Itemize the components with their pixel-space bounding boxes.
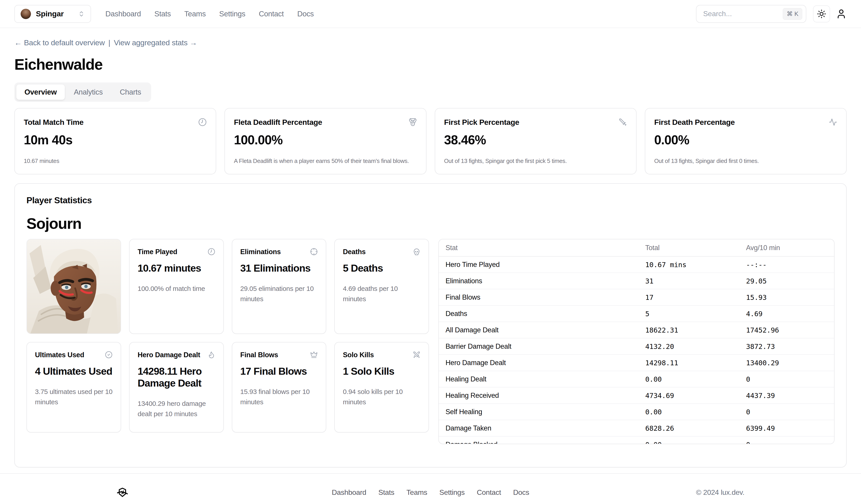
stat-avg: 0 xyxy=(745,436,834,444)
tab-bar: Overview Analytics Charts xyxy=(14,83,151,102)
total-match-time-card: Total Match Time 10m 40s 10.67 minutes xyxy=(14,108,216,174)
table-row: Deaths54.69 xyxy=(439,306,834,322)
team-avatar xyxy=(20,9,31,19)
footer-nav: Dashboard Stats Teams Settings Contact D… xyxy=(332,488,529,496)
player-statistics-heading: Player Statistics xyxy=(26,195,835,205)
stat-name: Barrier Damage Dealt xyxy=(439,338,644,354)
nav-link-docs[interactable]: Docs xyxy=(297,10,314,18)
fleta-deadlift-card: Fleta Deadlift Percentage 100.00% A Flet… xyxy=(224,108,426,174)
footer-link-teams[interactable]: Teams xyxy=(407,488,427,496)
summary-cards: Total Match Time 10m 40s 10.67 minutes F… xyxy=(14,108,847,174)
hero-damage-card: Hero Damage Dealt 14298.11 Hero Damage D… xyxy=(129,342,224,433)
account-button[interactable] xyxy=(836,9,847,19)
skull-icon xyxy=(413,248,420,255)
card-label: Ultimates Used xyxy=(35,351,84,359)
stat-avg: 29.05 xyxy=(745,273,834,289)
team-name: Spingar xyxy=(36,10,64,18)
circle-check-icon xyxy=(105,351,112,359)
stat-total: 0.00 xyxy=(644,371,745,387)
card-description: 10.67 minutes xyxy=(24,157,207,165)
card-value: 1 Solo Kills xyxy=(343,365,420,377)
column-header-avg: Avg/10 min xyxy=(745,239,834,256)
search-input[interactable] xyxy=(703,10,783,18)
crosshair-icon xyxy=(310,248,318,255)
column-header-stat: Stat xyxy=(439,239,644,256)
eliminations-card: Eliminations 31 Eliminations 29.05 elimi… xyxy=(232,239,327,334)
stat-total: 14298.11 xyxy=(644,354,745,371)
card-description: Out of 13 fights, Spingar got the first … xyxy=(444,157,627,165)
stat-avg: --:-- xyxy=(745,256,834,273)
main-nav: Dashboard Stats Teams Settings Contact D… xyxy=(105,10,314,18)
tab-overview[interactable]: Overview xyxy=(16,84,65,100)
hero-portrait xyxy=(26,239,121,334)
tab-analytics[interactable]: Analytics xyxy=(66,84,111,100)
card-description: 0.94 solo kills per 10 minutes xyxy=(343,387,420,407)
table-row: Damage Blocked0.000 xyxy=(439,436,834,444)
breadcrumb: ← Back to default overview | View aggreg… xyxy=(14,38,847,47)
footer-link-docs[interactable]: Docs xyxy=(513,488,529,496)
stat-name: Damage Taken xyxy=(439,420,644,436)
table-row: Damage Taken6828.266399.49 xyxy=(439,420,834,436)
solo-kills-card: Solo Kills 1 Solo Kills 0.94 solo kills … xyxy=(334,342,429,433)
first-pick-card: First Pick Percentage 38.46% Out of 13 f… xyxy=(435,108,637,174)
copyright: © 2024 lux.dev. xyxy=(529,488,744,496)
card-label: Fleta Deadlift Percentage xyxy=(234,118,322,127)
stat-avg: 4.69 xyxy=(745,306,834,322)
card-label: Total Match Time xyxy=(24,118,83,127)
nav-link-stats[interactable]: Stats xyxy=(154,10,171,18)
table-row: Hero Time Played10.67 mins--:-- xyxy=(439,256,834,273)
nav-link-dashboard[interactable]: Dashboard xyxy=(105,10,141,18)
footer-link-contact[interactable]: Contact xyxy=(477,488,501,496)
chevrons-up-down-icon xyxy=(78,11,85,17)
nav-link-teams[interactable]: Teams xyxy=(184,10,206,18)
table-row: Self Healing0.000 xyxy=(439,404,834,420)
footer-link-dashboard[interactable]: Dashboard xyxy=(332,488,366,496)
card-description: 100.00% of match time xyxy=(138,283,215,294)
card-description: 3.75 ultimates used per 10 minutes xyxy=(35,387,112,407)
theme-toggle-button[interactable] xyxy=(813,5,830,23)
stat-name: All Damage Dealt xyxy=(439,322,644,338)
table-row: Healing Received4734.694437.39 xyxy=(439,387,834,404)
stat-total: 4734.69 xyxy=(644,387,745,404)
footer-link-stats[interactable]: Stats xyxy=(378,488,394,496)
page-footer: Dashboard Stats Teams Settings Contact D… xyxy=(0,473,861,504)
card-description: 13400.29 hero damage dealt per 10 minute… xyxy=(138,398,215,419)
main-content: ← Back to default overview | View aggreg… xyxy=(0,38,861,467)
stat-name: Healing Dealt xyxy=(439,371,644,387)
card-value: 5 Deaths xyxy=(343,262,420,274)
stat-total: 0.00 xyxy=(644,436,745,444)
card-value: 17 Final Blows xyxy=(241,365,318,377)
stat-name: Final Blows xyxy=(439,289,644,306)
user-icon xyxy=(836,9,847,19)
stat-name: Deaths xyxy=(439,306,644,322)
deaths-card: Deaths 5 Deaths 4.69 deaths per 10 minut… xyxy=(334,239,429,334)
footer-link-settings[interactable]: Settings xyxy=(439,488,465,496)
back-to-overview-link[interactable]: ← Back to default overview xyxy=(14,38,105,47)
table-row: Healing Dealt0.000 xyxy=(439,371,834,387)
card-value: 100.00% xyxy=(234,132,417,147)
stat-total: 17 xyxy=(644,289,745,306)
player-stats-table: Stat Total Avg/10 min Hero Time Played10… xyxy=(438,239,835,444)
activity-icon xyxy=(829,118,837,126)
view-aggregated-stats-link[interactable]: View aggregated stats → xyxy=(114,38,197,47)
card-value: 31 Eliminations xyxy=(241,262,318,274)
nav-link-contact[interactable]: Contact xyxy=(259,10,284,18)
team-selector[interactable]: Spingar xyxy=(14,5,91,23)
stat-total: 18622.31 xyxy=(644,322,745,338)
table-row: Final Blows1715.93 xyxy=(439,289,834,306)
card-label: First Pick Percentage xyxy=(444,118,519,127)
page-title: Eichenwalde xyxy=(14,56,847,73)
top-navbar: Spingar Dashboard Stats Teams Settings C… xyxy=(0,0,861,28)
card-description: 15.93 final blows per 10 minutes xyxy=(241,387,318,407)
table-row: Eliminations3129.05 xyxy=(439,273,834,289)
table-row: All Damage Dealt18622.3117452.96 xyxy=(439,322,834,338)
column-header-total: Total xyxy=(644,239,745,256)
tab-charts[interactable]: Charts xyxy=(112,84,149,100)
player-name: Sojourn xyxy=(26,215,835,232)
search-box[interactable]: ⌘ K xyxy=(696,5,806,23)
nav-link-settings[interactable]: Settings xyxy=(219,10,246,18)
card-description: Out of 13 fights, Spingar died first 0 t… xyxy=(654,157,837,165)
card-label: Solo Kills xyxy=(343,351,374,359)
player-statistics-panel: Player Statistics Sojourn xyxy=(14,183,847,467)
card-value: 38.46% xyxy=(444,132,627,147)
